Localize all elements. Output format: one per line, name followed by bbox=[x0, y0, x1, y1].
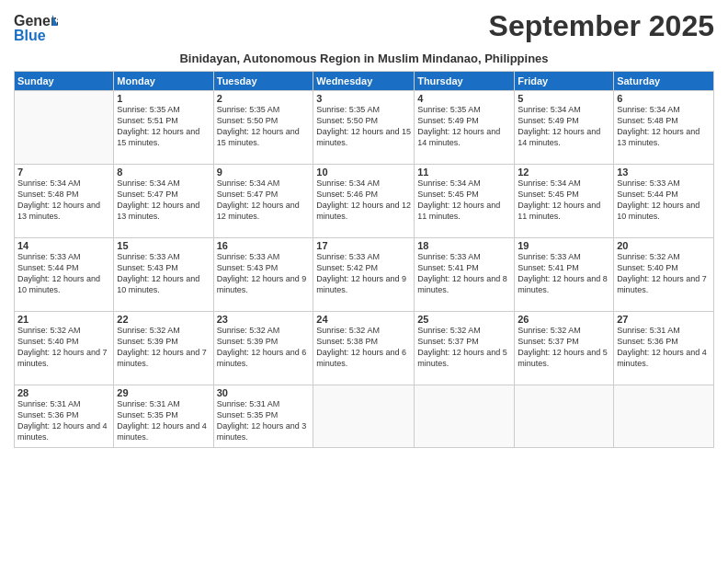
col-thursday: Thursday bbox=[415, 72, 515, 91]
day-info: Sunrise: 5:33 AMSunset: 5:41 PMDaylight:… bbox=[518, 251, 610, 296]
table-row: 17 Sunrise: 5:33 AMSunset: 5:42 PMDaylig… bbox=[313, 238, 415, 312]
day-number: 14 bbox=[17, 240, 110, 251]
day-number: 1 bbox=[117, 93, 210, 104]
table-row: 24 Sunrise: 5:32 AMSunset: 5:38 PMDaylig… bbox=[313, 312, 415, 385]
day-info: Sunrise: 5:32 AMSunset: 5:39 PMDaylight:… bbox=[117, 325, 210, 370]
table-row: 27 Sunrise: 5:31 AMSunset: 5:36 PMDaylig… bbox=[614, 312, 714, 385]
day-number: 15 bbox=[117, 240, 210, 251]
day-number: 23 bbox=[217, 314, 311, 325]
day-info: Sunrise: 5:31 AMSunset: 5:35 PMDaylight:… bbox=[117, 398, 210, 443]
day-number: 21 bbox=[17, 314, 110, 325]
table-row: 10 Sunrise: 5:34 AMSunset: 5:46 PMDaylig… bbox=[313, 165, 415, 238]
table-row: 30 Sunrise: 5:31 AMSunset: 5:35 PMDaylig… bbox=[213, 385, 313, 448]
table-row: 26 Sunrise: 5:32 AMSunset: 5:37 PMDaylig… bbox=[515, 312, 614, 385]
day-number: 9 bbox=[217, 167, 311, 178]
table-row: 14 Sunrise: 5:33 AMSunset: 5:44 PMDaylig… bbox=[15, 238, 114, 312]
table-row bbox=[15, 91, 114, 165]
day-info: Sunrise: 5:34 AMSunset: 5:48 PMDaylight:… bbox=[617, 104, 711, 149]
table-row: 11 Sunrise: 5:34 AMSunset: 5:45 PMDaylig… bbox=[415, 165, 515, 238]
table-row bbox=[614, 385, 714, 448]
day-info: Sunrise: 5:33 AMSunset: 5:43 PMDaylight:… bbox=[117, 251, 210, 296]
table-row bbox=[515, 385, 614, 448]
calendar-header-row: Sunday Monday Tuesday Wednesday Thursday… bbox=[15, 72, 714, 91]
week-row-4: 21 Sunrise: 5:32 AMSunset: 5:40 PMDaylig… bbox=[15, 312, 714, 385]
week-row-2: 7 Sunrise: 5:34 AMSunset: 5:48 PMDayligh… bbox=[15, 165, 714, 238]
day-info: Sunrise: 5:31 AMSunset: 5:36 PMDaylight:… bbox=[17, 398, 110, 443]
day-number: 27 bbox=[617, 314, 711, 325]
day-info: Sunrise: 5:34 AMSunset: 5:49 PMDaylight:… bbox=[518, 104, 610, 149]
day-info: Sunrise: 5:34 AMSunset: 5:47 PMDaylight:… bbox=[217, 178, 311, 223]
header-row: General Blue September 2025 bbox=[14, 9, 714, 48]
day-number: 16 bbox=[217, 240, 311, 251]
table-row bbox=[313, 385, 415, 448]
day-number: 24 bbox=[316, 314, 411, 325]
day-number: 22 bbox=[117, 314, 210, 325]
month-title: September 2025 bbox=[489, 9, 714, 43]
day-number: 26 bbox=[518, 314, 610, 325]
table-row: 9 Sunrise: 5:34 AMSunset: 5:47 PMDayligh… bbox=[213, 165, 313, 238]
week-row-3: 14 Sunrise: 5:33 AMSunset: 5:44 PMDaylig… bbox=[15, 238, 714, 312]
day-number: 4 bbox=[417, 93, 511, 104]
col-friday: Friday bbox=[515, 72, 614, 91]
table-row: 12 Sunrise: 5:34 AMSunset: 5:45 PMDaylig… bbox=[515, 165, 614, 238]
table-row: 4 Sunrise: 5:35 AMSunset: 5:49 PMDayligh… bbox=[415, 91, 515, 165]
table-row: 16 Sunrise: 5:33 AMSunset: 5:43 PMDaylig… bbox=[213, 238, 313, 312]
day-info: Sunrise: 5:35 AMSunset: 5:50 PMDaylight:… bbox=[217, 104, 311, 149]
day-number: 28 bbox=[17, 387, 110, 398]
day-info: Sunrise: 5:31 AMSunset: 5:36 PMDaylight:… bbox=[617, 325, 711, 370]
day-number: 19 bbox=[518, 240, 610, 251]
calendar: Sunday Monday Tuesday Wednesday Thursday… bbox=[14, 71, 714, 448]
day-info: Sunrise: 5:33 AMSunset: 5:41 PMDaylight:… bbox=[417, 251, 511, 296]
day-number: 8 bbox=[117, 167, 210, 178]
table-row: 28 Sunrise: 5:31 AMSunset: 5:36 PMDaylig… bbox=[15, 385, 114, 448]
day-number: 18 bbox=[417, 240, 511, 251]
week-row-5: 28 Sunrise: 5:31 AMSunset: 5:36 PMDaylig… bbox=[15, 385, 714, 448]
day-info: Sunrise: 5:32 AMSunset: 5:37 PMDaylight:… bbox=[417, 325, 511, 370]
day-info: Sunrise: 5:35 AMSunset: 5:49 PMDaylight:… bbox=[417, 104, 511, 149]
col-sunday: Sunday bbox=[15, 72, 114, 91]
table-row: 29 Sunrise: 5:31 AMSunset: 5:35 PMDaylig… bbox=[114, 385, 213, 448]
table-row: 8 Sunrise: 5:34 AMSunset: 5:47 PMDayligh… bbox=[114, 165, 213, 238]
table-row: 5 Sunrise: 5:34 AMSunset: 5:49 PMDayligh… bbox=[515, 91, 614, 165]
table-row: 25 Sunrise: 5:32 AMSunset: 5:37 PMDaylig… bbox=[415, 312, 515, 385]
day-number: 20 bbox=[617, 240, 711, 251]
day-info: Sunrise: 5:32 AMSunset: 5:39 PMDaylight:… bbox=[217, 325, 311, 370]
day-number: 29 bbox=[117, 387, 210, 398]
day-number: 10 bbox=[316, 167, 411, 178]
table-row: 20 Sunrise: 5:32 AMSunset: 5:40 PMDaylig… bbox=[614, 238, 714, 312]
day-number: 7 bbox=[17, 167, 110, 178]
table-row: 1 Sunrise: 5:35 AMSunset: 5:51 PMDayligh… bbox=[114, 91, 213, 165]
page: General Blue September 2025 Binidayan, A… bbox=[0, 0, 728, 563]
table-row: 15 Sunrise: 5:33 AMSunset: 5:43 PMDaylig… bbox=[114, 238, 213, 312]
table-row: 18 Sunrise: 5:33 AMSunset: 5:41 PMDaylig… bbox=[415, 238, 515, 312]
day-info: Sunrise: 5:33 AMSunset: 5:44 PMDaylight:… bbox=[617, 178, 711, 223]
day-number: 5 bbox=[518, 93, 610, 104]
logo-icon: General Blue bbox=[14, 9, 58, 48]
table-row: 23 Sunrise: 5:32 AMSunset: 5:39 PMDaylig… bbox=[213, 312, 313, 385]
day-info: Sunrise: 5:32 AMSunset: 5:40 PMDaylight:… bbox=[617, 251, 711, 296]
day-info: Sunrise: 5:33 AMSunset: 5:43 PMDaylight:… bbox=[217, 251, 311, 296]
week-row-1: 1 Sunrise: 5:35 AMSunset: 5:51 PMDayligh… bbox=[15, 91, 714, 165]
logo: General Blue bbox=[14, 9, 58, 48]
day-info: Sunrise: 5:34 AMSunset: 5:45 PMDaylight:… bbox=[417, 178, 511, 223]
day-info: Sunrise: 5:33 AMSunset: 5:42 PMDaylight:… bbox=[316, 251, 411, 296]
day-info: Sunrise: 5:34 AMSunset: 5:48 PMDaylight:… bbox=[17, 178, 110, 223]
day-info: Sunrise: 5:35 AMSunset: 5:51 PMDaylight:… bbox=[117, 104, 210, 149]
day-info: Sunrise: 5:31 AMSunset: 5:35 PMDaylight:… bbox=[217, 398, 311, 443]
table-row: 21 Sunrise: 5:32 AMSunset: 5:40 PMDaylig… bbox=[15, 312, 114, 385]
day-info: Sunrise: 5:35 AMSunset: 5:50 PMDaylight:… bbox=[316, 104, 411, 149]
day-info: Sunrise: 5:33 AMSunset: 5:44 PMDaylight:… bbox=[17, 251, 110, 296]
table-row: 13 Sunrise: 5:33 AMSunset: 5:44 PMDaylig… bbox=[614, 165, 714, 238]
table-row: 22 Sunrise: 5:32 AMSunset: 5:39 PMDaylig… bbox=[114, 312, 213, 385]
table-row bbox=[415, 385, 515, 448]
day-number: 13 bbox=[617, 167, 711, 178]
col-tuesday: Tuesday bbox=[213, 72, 313, 91]
day-info: Sunrise: 5:34 AMSunset: 5:47 PMDaylight:… bbox=[117, 178, 210, 223]
svg-text:Blue: Blue bbox=[14, 28, 46, 43]
day-info: Sunrise: 5:32 AMSunset: 5:37 PMDaylight:… bbox=[518, 325, 610, 370]
day-info: Sunrise: 5:34 AMSunset: 5:45 PMDaylight:… bbox=[518, 178, 610, 223]
day-number: 17 bbox=[316, 240, 411, 251]
table-row: 19 Sunrise: 5:33 AMSunset: 5:41 PMDaylig… bbox=[515, 238, 614, 312]
day-info: Sunrise: 5:32 AMSunset: 5:40 PMDaylight:… bbox=[17, 325, 110, 370]
day-number: 25 bbox=[417, 314, 511, 325]
